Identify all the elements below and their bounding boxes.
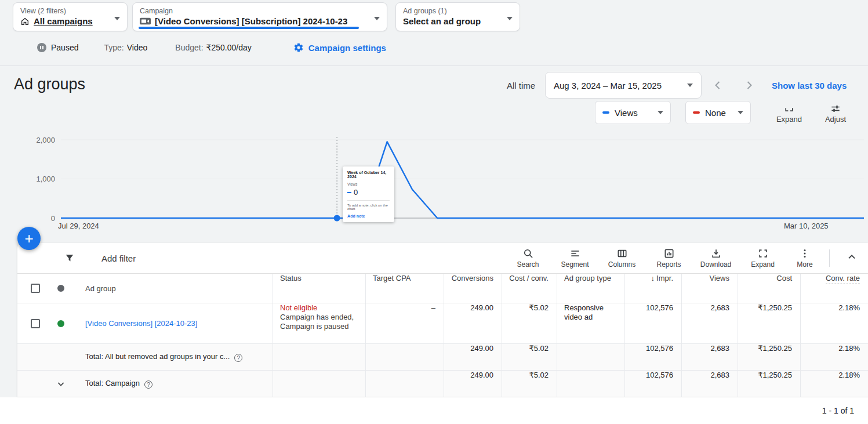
- campaign-selector[interactable]: Campaign [Video Conversions] [Subscripti…: [132, 2, 387, 31]
- campaign-state: Paused: [51, 43, 78, 52]
- views-line-chart[interactable]: [0, 133, 868, 232]
- chevron-left-icon: [711, 78, 725, 92]
- header-conv-rate[interactable]: Conv. rate: [800, 274, 868, 303]
- chevron-down-icon: [687, 84, 693, 87]
- header-cost[interactable]: Cost: [738, 274, 800, 303]
- download-icon: [710, 248, 722, 259]
- table-toolbar: Add filter Search Segment Columns Report…: [17, 243, 868, 273]
- add-filter-button[interactable]: Add filter: [101, 253, 136, 263]
- campaign-settings-link[interactable]: Campaign settings: [293, 42, 386, 53]
- columns-label: Columns: [608, 260, 635, 269]
- download-button[interactable]: Download: [692, 248, 739, 269]
- show-last-30-days-link[interactable]: Show last 30 days: [772, 81, 847, 90]
- help-icon[interactable]: ?: [234, 354, 242, 362]
- chevron-down-icon: [738, 111, 743, 114]
- segment-button[interactable]: Segment: [551, 248, 598, 269]
- ad-group-selector-label: Ad groups (1): [403, 6, 513, 16]
- google-ads-ad-groups-page: View (2 filters) All campaigns Campaign …: [0, 0, 868, 424]
- chevron-down-icon[interactable]: [55, 378, 67, 390]
- date-range-value: Aug 3, 2024 – Mar 15, 2025: [554, 81, 662, 90]
- adjust-chart-label: Adjust: [825, 115, 846, 124]
- search-button[interactable]: Search: [504, 248, 551, 269]
- plus-icon: +: [24, 230, 33, 248]
- total-filtered-cost: ₹1,250.25: [738, 344, 800, 370]
- chevron-right-icon: [742, 78, 756, 92]
- primary-metric-selector[interactable]: Views: [595, 101, 671, 124]
- total-campaign-cost: ₹1,250.25: [738, 371, 800, 397]
- header-impr[interactable]: ↓Impr.: [624, 274, 681, 303]
- reports-label: Reports: [656, 260, 681, 269]
- total-campaign-cost-per-conv: ₹5.02: [502, 371, 557, 397]
- reports-button[interactable]: Reports: [645, 248, 692, 269]
- header-ad-group-type[interactable]: Ad group type: [557, 274, 624, 303]
- expand-table-button[interactable]: Expand: [739, 248, 786, 269]
- status-enabled-dot-icon[interactable]: [57, 320, 64, 327]
- campaign-selector-value: [Video Conversions] [Subscription] 2024-…: [155, 16, 347, 26]
- help-icon[interactable]: ?: [144, 380, 152, 389]
- header-target-cpa[interactable]: Target CPA: [365, 274, 444, 303]
- gear-icon: [293, 42, 304, 53]
- ad-groups-table-card: Add filter Search Segment Columns Report…: [17, 243, 868, 397]
- ad-group-selector[interactable]: Ad groups (1) Select an ad group: [395, 2, 520, 31]
- ad-group-selector-value: Select an ad group: [403, 16, 481, 26]
- campaign-selector-label: Campaign: [140, 6, 380, 16]
- row-checkbox[interactable]: [31, 319, 40, 328]
- toolbar-divider: [829, 249, 830, 267]
- more-button[interactable]: More: [786, 248, 823, 269]
- row-conv-rate: 2.18%: [800, 303, 868, 343]
- add-note-link[interactable]: Add note: [347, 214, 390, 218]
- header-views[interactable]: Views: [681, 274, 738, 303]
- total-campaign-label: Total: Campaign: [85, 379, 140, 387]
- row-views: 2,683: [681, 303, 738, 343]
- add-ad-group-fab[interactable]: +: [17, 227, 41, 250]
- adjust-chart-button[interactable]: Adjust: [820, 103, 851, 124]
- type-label: Type:: [104, 43, 124, 52]
- view-selector[interactable]: View (2 filters) All campaigns: [13, 2, 128, 31]
- total-campaign-views: 2,683: [681, 371, 738, 397]
- secondary-metric-selector[interactable]: None: [685, 101, 751, 124]
- tooltip-divider: [347, 200, 390, 201]
- view-selector-label: View (2 filters): [20, 6, 120, 16]
- header-status[interactable]: Status: [273, 274, 365, 303]
- more-icon: [799, 248, 811, 259]
- total-campaign-conv-rate: 2.18%: [800, 371, 868, 397]
- table-row: [Video Conversions] [2024-10-23] Not eli…: [17, 303, 868, 344]
- header-conversions[interactable]: Conversions: [444, 274, 502, 303]
- download-label: Download: [700, 260, 731, 269]
- total-campaign-conversions: 249.00: [444, 371, 502, 397]
- filter-funnel-icon[interactable]: [64, 252, 75, 264]
- expand-chart-icon: [783, 103, 795, 114]
- budget-label: Budget:: [175, 43, 203, 52]
- previous-period-button[interactable]: [711, 78, 725, 92]
- columns-icon: [616, 248, 628, 259]
- performance-chart[interactable]: 2,000 1,000 0 Jul 29, 2024 Mar 10, 2025 …: [0, 133, 868, 232]
- ad-group-link[interactable]: [Video Conversions] [2024-10-23]: [85, 319, 197, 328]
- campaign-active-underline: [139, 27, 359, 29]
- table-footer: 1 - 1 of 1: [0, 397, 868, 424]
- views-series-swatch: [602, 111, 609, 114]
- hover-data-point[interactable]: [334, 215, 340, 222]
- y-tick-1000: 1,000: [17, 175, 55, 183]
- tooltip-series-swatch: [347, 192, 351, 193]
- row-ad-group-type: Responsive video ad: [564, 303, 604, 321]
- tooltip-value: 0: [354, 188, 358, 197]
- columns-button[interactable]: Columns: [598, 248, 645, 269]
- y-tick-2000: 2,000: [17, 136, 55, 144]
- expand-chart-label: Expand: [776, 115, 802, 124]
- total-filtered-row: Total: All but removed ad groups in your…: [17, 344, 868, 371]
- header-ad-group[interactable]: Ad group: [78, 284, 273, 293]
- chevron-up-icon: [845, 251, 858, 263]
- total-filtered-conv-rate: 2.18%: [800, 344, 868, 370]
- header-cost-per-conv[interactable]: Cost / conv.: [502, 274, 557, 303]
- expand-chart-button[interactable]: Expand: [775, 103, 804, 124]
- select-all-checkbox[interactable]: [31, 284, 40, 293]
- date-range-picker[interactable]: Aug 3, 2024 – Mar 15, 2025: [545, 72, 702, 99]
- video-campaign-icon: [140, 17, 151, 25]
- view-selector-value: All campaigns: [34, 16, 93, 26]
- type-value: Video: [127, 43, 148, 52]
- section-divider: [0, 66, 868, 66]
- chevron-down-icon: [114, 17, 120, 20]
- table-header-row: Ad group Status Target CPA Conversions C…: [17, 273, 868, 303]
- collapse-table-button[interactable]: [836, 251, 868, 266]
- next-period-button[interactable]: [742, 78, 756, 92]
